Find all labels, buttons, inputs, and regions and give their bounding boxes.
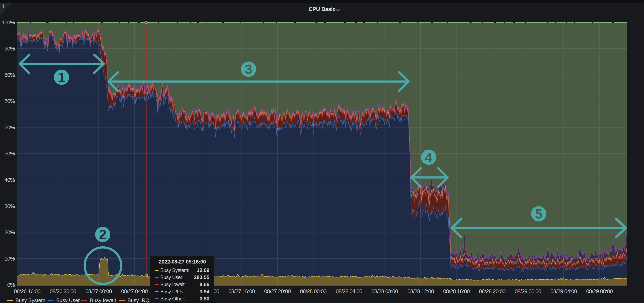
svg-text:08/26 20:00: 08/26 20:00 [50, 288, 76, 294]
svg-text:10%: 10% [4, 256, 15, 262]
svg-text:80%: 80% [4, 72, 15, 78]
svg-text:08/27 20:00: 08/27 20:00 [264, 288, 291, 294]
svg-text:Busy System: Busy System [16, 297, 46, 303]
svg-text:08/27 16:00: 08/27 16:00 [228, 288, 255, 294]
svg-text:Busy IRQs: Busy IRQs [128, 297, 152, 303]
svg-text:Busy Iowait:: Busy Iowait: [160, 282, 186, 287]
svg-text:90%: 90% [4, 46, 15, 52]
svg-text:Busy System:: Busy System: [160, 268, 189, 273]
svg-text:08/26 16:00: 08/26 16:00 [14, 288, 40, 294]
svg-text:08/29 04:00: 08/29 04:00 [550, 288, 577, 294]
svg-text:08/27 04:00: 08/27 04:00 [121, 288, 148, 294]
svg-text:Busy Iowait: Busy Iowait [90, 297, 116, 303]
svg-text:08/28 20:00: 08/28 20:00 [479, 288, 506, 294]
svg-text:40%: 40% [4, 177, 15, 183]
svg-text:100%: 100% [2, 20, 15, 26]
svg-text:08/28 12:00: 08/28 12:00 [408, 288, 434, 294]
svg-text:3.94: 3.94 [200, 289, 210, 294]
svg-text:08/28 00:00: 08/28 00:00 [300, 288, 326, 294]
svg-text:0.80: 0.80 [200, 296, 210, 302]
svg-text:Busy User: Busy User [56, 297, 80, 303]
svg-text:Busy User:: Busy User: [160, 274, 184, 280]
svg-text:70%: 70% [4, 98, 15, 104]
svg-text:08/29 00:00: 08/29 00:00 [515, 288, 541, 294]
svg-text:Busy Other:: Busy Other: [160, 296, 185, 302]
svg-text:08/28 04:00: 08/28 04:00 [336, 288, 362, 294]
svg-text:08/28 16:00: 08/28 16:00 [443, 288, 470, 294]
svg-text:2022-08-27 05:16:00: 2022-08-27 05:16:00 [159, 259, 206, 265]
svg-text:08/29 08:00: 08/29 08:00 [586, 288, 613, 294]
svg-text:Busy IRQs:: Busy IRQs: [160, 289, 184, 294]
svg-text:CPU Basic: CPU Basic [309, 6, 336, 12]
svg-text:0%: 0% [7, 282, 15, 288]
svg-text:50%: 50% [4, 150, 15, 156]
svg-text:08/28 08:00: 08/28 08:00 [372, 288, 398, 294]
svg-text:i: i [2, 2, 4, 10]
svg-text:12.09: 12.09 [197, 267, 210, 273]
svg-text:20%: 20% [4, 229, 15, 236]
svg-text:283.55: 283.55 [194, 274, 210, 280]
svg-text:08/27 00:00: 08/27 00:00 [86, 288, 112, 294]
svg-text:8.66: 8.66 [200, 282, 210, 287]
svg-text:60%: 60% [4, 124, 15, 130]
svg-text:30%: 30% [4, 203, 15, 209]
